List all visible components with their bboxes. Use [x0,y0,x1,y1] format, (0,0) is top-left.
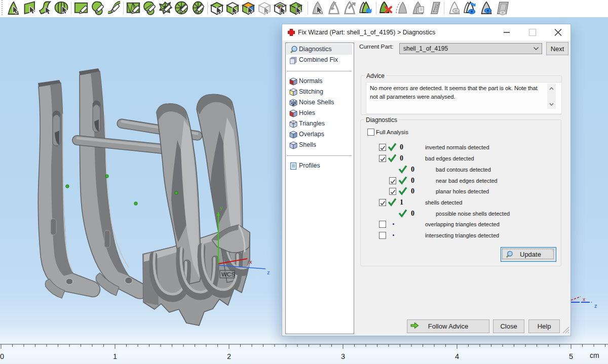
svg-text:z: z [267,269,270,275]
svg-text:z: z [594,303,597,309]
svg-text:x: x [249,259,252,265]
svg-text:1: 1 [113,352,117,360]
svg-text:3: 3 [341,352,345,360]
svg-text:x: x [583,296,586,302]
svg-text:y: y [220,205,223,211]
svg-text:2: 2 [227,352,231,360]
svg-text:WCS: WCS [221,271,235,277]
svg-text:0: 0 [0,352,4,360]
svg-text:cm: cm [590,351,599,359]
svg-text:4: 4 [455,352,459,360]
svg-text:5: 5 [569,352,573,360]
